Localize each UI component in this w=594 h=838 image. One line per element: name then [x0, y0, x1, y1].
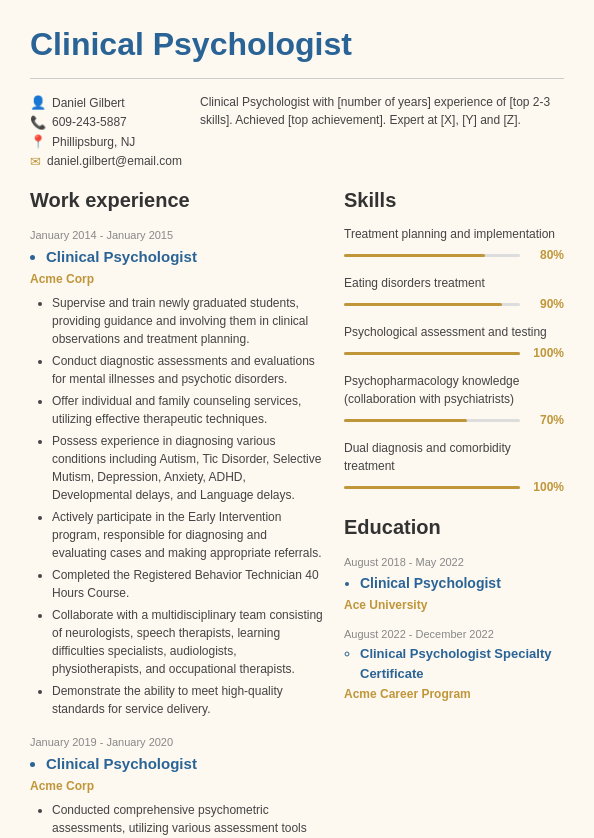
company-name: Acme Corp [30, 270, 324, 288]
phone-icon: 📞 [30, 113, 46, 133]
bullet-item: Conduct diagnostic assessments and evalu… [52, 352, 324, 388]
skill-item: Psychopharmacology knowledge (collaborat… [344, 372, 564, 429]
skill-bar-fill [344, 352, 520, 355]
bullet-item: Conducted comprehensive psychometric ass… [52, 801, 324, 838]
skill-bar-fill [344, 419, 467, 422]
skill-bar-bg [344, 419, 520, 422]
edu-container: August 2018 - May 2022Clinical Psycholog… [344, 554, 564, 703]
contact-section: 👤 Daniel Gilbert 📞 609-243-5887 📍 Philli… [30, 93, 564, 171]
skill-bar-row: 100% [344, 478, 564, 496]
bullet-item: Possess experience in diagnosing various… [52, 432, 324, 504]
skills-section-title: Skills [344, 185, 564, 215]
skill-item: Dual diagnosis and comorbidity treatment… [344, 439, 564, 496]
bullet-item: Actively participate in the Early Interv… [52, 508, 324, 562]
edu-block: August 2022 - December 2022Clinical Psyc… [344, 626, 564, 704]
skill-item: Eating disorders treatment90% [344, 274, 564, 313]
edu-org: Acme Career Program [344, 685, 564, 703]
skill-bar-row: 80% [344, 246, 564, 264]
skill-pct: 100% [528, 478, 564, 496]
skill-label: Psychological assessment and testing [344, 323, 564, 341]
skill-bar-fill [344, 486, 520, 489]
skill-pct: 70% [528, 411, 564, 429]
skill-pct: 90% [528, 295, 564, 313]
header-divider [30, 78, 564, 79]
contact-email: ✉ daniel.gilbert@email.com [30, 152, 190, 172]
company-name: Acme Corp [30, 777, 324, 795]
edu-title: Clinical Psychologist [360, 573, 564, 594]
skill-label: Psychopharmacology knowledge (collaborat… [344, 372, 564, 408]
skill-item: Psychological assessment and testing100% [344, 323, 564, 362]
page-title: Clinical Psychologist [30, 20, 564, 68]
edu-date: August 2022 - December 2022 [344, 626, 564, 643]
bullet-item: Offer individual and family counseling s… [52, 392, 324, 428]
main-layout: Work experience January 2014 - January 2… [30, 185, 564, 838]
skill-pct: 80% [528, 246, 564, 264]
education-section-title: Education [344, 512, 564, 542]
education-section: Education August 2018 - May 2022Clinical… [344, 512, 564, 703]
skill-label: Eating disorders treatment [344, 274, 564, 292]
skill-bar-fill [344, 254, 485, 257]
bullet-item: Collaborate with a multidisciplinary tea… [52, 606, 324, 678]
skill-pct: 100% [528, 344, 564, 362]
bullet-item: Demonstrate the ability to meet high-qua… [52, 682, 324, 718]
skill-bar-bg [344, 352, 520, 355]
job-title: Clinical Psychologist [46, 753, 324, 776]
contact-name: 👤 Daniel Gilbert [30, 93, 190, 113]
summary-text: Clinical Psychologist with [number of ye… [200, 93, 564, 171]
skill-bar-bg [344, 486, 520, 489]
skill-bar-bg [344, 303, 520, 306]
contact-phone: 📞 609-243-5887 [30, 113, 190, 133]
job-bullets: Conducted comprehensive psychometric ass… [46, 801, 324, 838]
email-icon: ✉ [30, 152, 41, 172]
skill-label: Treatment planning and implementation [344, 225, 564, 243]
location-icon: 📍 [30, 132, 46, 152]
job-title: Clinical Psychologist [46, 246, 324, 269]
work-section-title: Work experience [30, 185, 324, 215]
skill-label: Dual diagnosis and comorbidity treatment [344, 439, 564, 475]
skill-bar-row: 70% [344, 411, 564, 429]
bullet-item: Completed the Registered Behavior Techni… [52, 566, 324, 602]
skills-section: Skills Treatment planning and implementa… [344, 185, 564, 496]
job-date: January 2014 - January 2015 [30, 227, 324, 244]
skill-bar-bg [344, 254, 520, 257]
job-bullets: Supervise and train newly graduated stud… [46, 294, 324, 718]
person-icon: 👤 [30, 93, 46, 113]
edu-date: August 2018 - May 2022 [344, 554, 564, 571]
skills-container: Treatment planning and implementation80%… [344, 225, 564, 496]
jobs-container: January 2014 - January 2015Clinical Psyc… [30, 227, 324, 838]
skill-bar-fill [344, 303, 502, 306]
job-date: January 2019 - January 2020 [30, 734, 324, 751]
skill-bar-row: 100% [344, 344, 564, 362]
bullet-item: Supervise and train newly graduated stud… [52, 294, 324, 348]
right-column: Skills Treatment planning and implementa… [344, 185, 564, 838]
job-block: January 2014 - January 2015Clinical Psyc… [30, 227, 324, 718]
skill-item: Treatment planning and implementation80% [344, 225, 564, 264]
job-block: January 2019 - January 2020Clinical Psyc… [30, 734, 324, 838]
left-column: Work experience January 2014 - January 2… [30, 185, 324, 838]
edu-block: August 2018 - May 2022Clinical Psycholog… [344, 554, 564, 614]
edu-org: Ace University [344, 596, 564, 614]
edu-title: Clinical Psychologist Specialty Certific… [360, 644, 564, 683]
skill-bar-row: 90% [344, 295, 564, 313]
contact-location: 📍 Phillipsburg, NJ [30, 132, 190, 152]
